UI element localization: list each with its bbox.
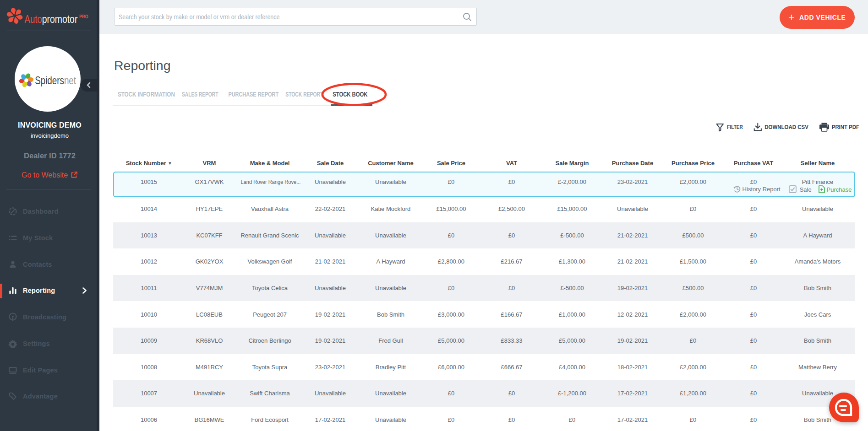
- svg-text:Spiders: Spiders: [35, 74, 64, 86]
- svg-text:promotor: promotor: [42, 13, 78, 25]
- svg-text:STOCK REPORT: STOCK REPORT: [285, 91, 323, 98]
- svg-text:DOWNLOAD CSV: DOWNLOAD CSV: [764, 124, 808, 130]
- svg-text:STOCK INFORMATION: STOCK INFORMATION: [118, 91, 175, 98]
- svg-text:SALES REPORT: SALES REPORT: [182, 91, 218, 98]
- svg-text:FILTER: FILTER: [727, 124, 743, 130]
- svg-text:Auto: Auto: [25, 13, 42, 25]
- svg-text:PRO: PRO: [79, 14, 88, 19]
- svg-text:net: net: [64, 74, 76, 86]
- svg-text:PURCHASE REPORT: PURCHASE REPORT: [228, 91, 278, 98]
- svg-text:PRINT PDF: PRINT PDF: [832, 124, 859, 130]
